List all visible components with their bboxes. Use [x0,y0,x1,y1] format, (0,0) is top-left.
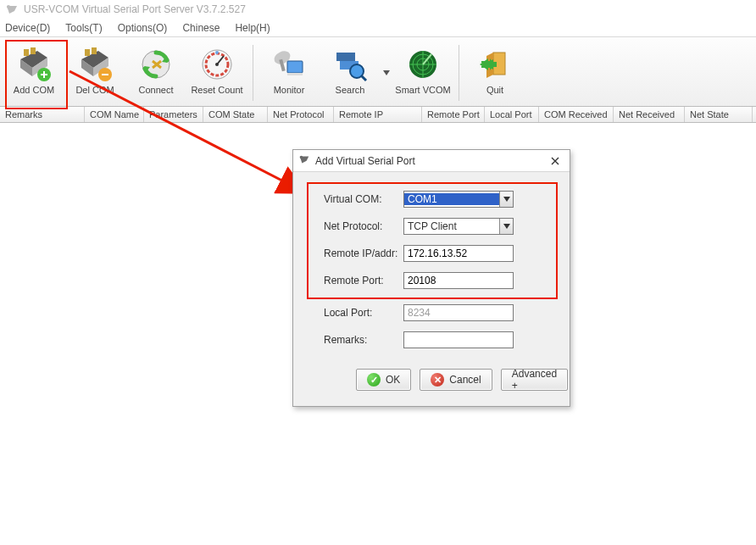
monitor-icon [270,46,308,83]
label-remote-ip: Remote IP/addr: [324,247,403,259]
search-label: Search [336,85,365,95]
svg-rect-5 [92,47,97,54]
add-com-label: Add COM [14,85,54,95]
chevron-down-icon [499,192,513,207]
cancel-label: Cancel [449,374,481,386]
col-parameters[interactable]: Parameters [144,107,203,122]
search-dropdown[interactable] [381,42,392,104]
window-title: USR-VCOM Virtual Serial Port Server V3.7… [24,3,246,15]
svg-rect-16 [336,53,355,61]
label-virtual-com: Virtual COM: [324,193,403,205]
svg-rect-4 [85,49,90,56]
search-icon [331,46,369,83]
cancel-icon: ✕ [431,373,444,387]
add-virtual-serial-port-dialog: Add Virtual Serial Port Virtual COM: COM… [292,149,570,407]
chevron-down-icon [499,219,513,234]
dialog-icon [298,153,310,168]
dialog-close-button[interactable] [546,153,564,169]
col-com-received[interactable]: COM Received [539,107,614,122]
quit-button[interactable]: Quit [464,42,525,104]
smart-vcom-button[interactable]: Smart VCOM [392,42,453,104]
net-protocol-value: TCP Client [404,220,499,232]
label-remarks: Remarks: [324,334,403,346]
ok-label: OK [386,374,400,386]
menu-tools[interactable]: Tools(T) [65,22,102,34]
advanced-label: Advanced + [512,368,557,392]
column-headers: Remarks COM Name Parameters COM State Ne… [0,107,756,123]
del-com-label: Del COM [75,85,114,95]
remote-ip-input[interactable] [403,245,514,262]
svg-point-0 [7,5,10,8]
ok-icon: ✓ [367,373,381,387]
connect-icon [137,46,175,83]
col-com-state[interactable]: COM State [203,107,268,122]
monitor-label: Monitor [274,85,305,95]
col-net-received[interactable]: Net Received [614,107,685,122]
col-net-state[interactable]: Net State [685,107,753,122]
svg-rect-2 [31,47,36,54]
col-remote-ip[interactable]: Remote IP [334,107,422,122]
label-remote-port: Remote Port: [324,275,403,286]
toolbar-separator-2 [459,45,459,101]
menu-chinese[interactable]: Chinese [182,22,220,34]
add-com-icon [15,46,53,83]
toolbar: Add COM Del COM [0,37,756,107]
col-remarks[interactable]: Remarks [0,107,85,122]
dialog-title: Add Virtual Serial Port [315,155,415,167]
local-port-input [403,304,514,321]
remarks-input[interactable] [403,331,514,348]
virtual-com-select[interactable]: COM1 [403,191,514,208]
svg-point-24 [300,156,303,159]
label-local-port: Local Port: [324,307,403,319]
advanced-button[interactable]: Advanced + [501,369,568,391]
svg-point-10 [215,63,219,66]
svg-rect-1 [24,49,29,56]
remote-port-input[interactable] [403,272,514,289]
cancel-button[interactable]: ✕ Cancel [420,369,492,391]
menu-help[interactable]: Help(H) [235,22,270,34]
monitor-button[interactable]: Monitor [258,42,320,104]
col-remote-port[interactable]: Remote Port [422,107,485,122]
del-com-button[interactable]: Del COM [64,42,125,104]
smart-vcom-label: Smart VCOM [395,85,450,95]
dialog-titlebar: Add Virtual Serial Port [293,150,570,172]
toolbar-separator [253,45,253,101]
add-com-button[interactable]: Add COM [3,42,64,104]
menubar: Device(D) Tools(T) Options(O) Chinese He… [0,19,756,37]
svg-rect-14 [287,61,303,73]
titlebar: USR-VCOM Virtual Serial Port Server V3.7… [0,0,756,19]
reset-count-label: Reset Count [191,85,242,95]
menu-options[interactable]: Options(O) [118,22,168,34]
connect-button[interactable]: Connect [125,42,186,104]
quit-label: Quit [486,85,503,95]
col-local-port[interactable]: Local Port [485,107,539,122]
reset-count-button[interactable]: Reset Count [186,42,247,104]
menu-device[interactable]: Device(D) [5,22,50,34]
svg-point-11 [215,51,219,54]
virtual-com-value: COM1 [404,193,499,205]
dialog-body: Virtual COM: COM1 Net Protocol: TCP Clie… [293,172,570,399]
col-com-name[interactable]: COM Name [85,107,144,122]
smart-vcom-icon [404,46,442,83]
ok-button[interactable]: ✓ OK [356,369,411,391]
connect-label: Connect [139,85,174,95]
quit-icon [476,46,514,83]
net-protocol-select[interactable]: TCP Client [403,218,514,235]
label-net-protocol: Net Protocol: [324,220,403,232]
del-com-icon [76,46,114,83]
app-icon [5,3,19,15]
svg-rect-15 [287,73,303,75]
reset-count-icon [198,46,236,83]
col-net-protocol[interactable]: Net Protocol [268,107,334,122]
search-button[interactable]: Search [320,42,381,104]
